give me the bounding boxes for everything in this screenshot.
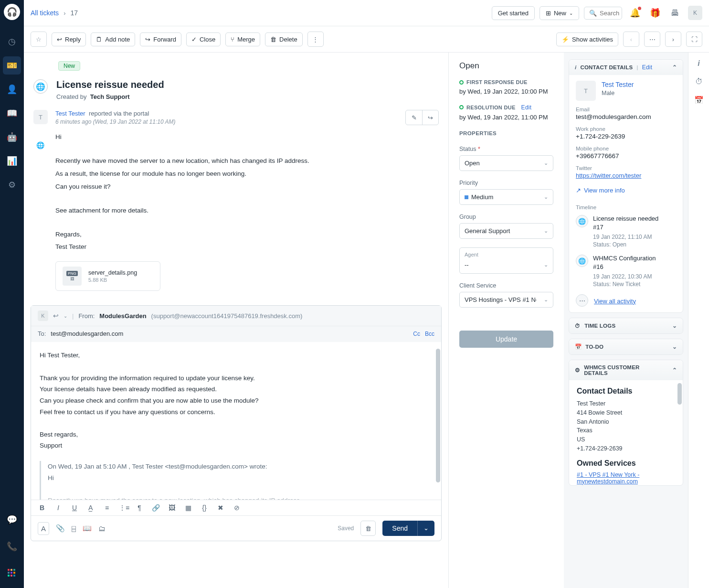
timeline-item-title[interactable]: License reissue needed — [593, 215, 658, 222]
nav-solutions[interactable]: 📖 — [3, 104, 21, 122]
user-avatar[interactable]: K — [688, 6, 702, 20]
timer-tab-icon[interactable]: ⏱ — [695, 77, 703, 86]
info-tab-icon[interactable]: i — [698, 59, 699, 68]
contact-edit[interactable]: Edit — [642, 64, 652, 71]
ordered-list-button[interactable]: ≡ — [103, 504, 111, 512]
reply-button[interactable]: ↩Reply — [52, 32, 86, 46]
client-service-select[interactable]: VPS Hostings - VPS #1 Ne⌄ — [459, 292, 553, 308]
collapse-icon[interactable]: ⌃ — [672, 367, 677, 374]
whmcs-scrollbar[interactable] — [677, 383, 682, 405]
nav-phone[interactable]: 📞 — [3, 537, 21, 556]
discard-button[interactable]: 🗑 — [360, 521, 376, 536]
nav-automation[interactable]: 🤖 — [3, 128, 21, 146]
link-button[interactable]: 🔗 — [151, 504, 160, 512]
clear-format-button[interactable]: ✖ — [216, 504, 225, 512]
whmcs-country: US — [577, 435, 675, 444]
time-logs-title: TIME LOGS — [584, 323, 615, 329]
priority-field-label: Priority — [459, 180, 553, 186]
attachment[interactable]: PNG🖼 server_details.png 5.88 KB — [55, 261, 160, 291]
nav-chat[interactable]: 💬 — [3, 511, 21, 529]
print-icon[interactable]: 🖶 — [668, 6, 682, 20]
font-color-button[interactable]: A̲ — [86, 504, 95, 512]
next-button[interactable]: › — [665, 32, 681, 47]
reply-mode-icon[interactable]: ↩ — [53, 312, 59, 320]
nav-apps[interactable] — [3, 564, 21, 582]
italic-button[interactable]: I — [54, 504, 63, 512]
attach-button[interactable]: 📎 — [56, 524, 65, 533]
send-dropdown[interactable]: ⌄ — [417, 521, 434, 536]
whmcs-service-link[interactable]: #1 - VPS #1 New York - mynewtestdomain.c… — [577, 471, 675, 485]
more-icon[interactable]: ⋯ — [576, 294, 588, 307]
nav-reports[interactable]: 📊 — [3, 152, 21, 170]
forward-button[interactable]: ↪Forward — [140, 32, 181, 46]
globe-icon: 🌐 — [33, 79, 48, 94]
notifications-icon[interactable]: 🔔 — [628, 6, 642, 20]
kb-button[interactable]: 📖 — [83, 524, 92, 533]
reply-scrollbar[interactable] — [436, 349, 440, 482]
calendar-tab-icon[interactable]: 📅 — [694, 96, 704, 105]
external-link-icon: ↗ — [576, 187, 581, 194]
ticket-title: License reissue needed — [56, 79, 164, 90]
timeline-item-title[interactable]: WHMCS Configuration — [593, 255, 656, 262]
paragraph-button[interactable]: ¶ — [135, 504, 144, 512]
merge-button[interactable]: ⑂Merge — [225, 32, 260, 46]
underline-button[interactable]: U — [70, 504, 79, 512]
merge-icon: ⑂ — [231, 36, 234, 43]
forward-message-button[interactable]: ↪ — [422, 110, 438, 125]
priority-select[interactable]: Medium⌄ — [459, 189, 553, 205]
delete-button[interactable]: 🗑Delete — [265, 32, 303, 46]
app-logo[interactable]: 🎧 — [4, 4, 20, 20]
search-input[interactable]: 🔍 — [584, 7, 622, 20]
nav-contacts[interactable]: 👤 — [3, 80, 21, 98]
agent-select[interactable]: --⌄ — [465, 259, 548, 271]
saved-indicator: Saved — [338, 525, 354, 532]
prev-button[interactable]: ‹ — [623, 32, 639, 47]
to-value[interactable]: test@modulesgarden.com — [51, 330, 123, 337]
twitter-link[interactable]: https://twitter.com/tester — [576, 172, 641, 179]
contact-name[interactable]: Test Tester — [602, 81, 634, 88]
star-button[interactable]: ☆ — [31, 32, 47, 47]
whmcs-title: WHMCS CUSTOMER DETAILS — [584, 364, 665, 376]
bold-button[interactable]: B — [38, 504, 46, 512]
timeline-title: Timeline — [576, 204, 676, 210]
attachment-thumb: PNG🖼 — [63, 267, 82, 286]
edit-message-button[interactable]: ✎ — [406, 110, 422, 125]
reply-mode-dropdown[interactable]: ⌄ — [63, 313, 67, 319]
text-color-button[interactable]: A — [38, 522, 49, 535]
template-button[interactable]: 🗂 — [98, 524, 106, 533]
nav-settings[interactable]: ⚙ — [3, 176, 21, 194]
table-button[interactable]: ▦ — [184, 504, 192, 512]
show-activities-button[interactable]: ⚡Show activities — [556, 32, 618, 46]
code-button[interactable]: {} — [200, 504, 209, 512]
expand-icon[interactable]: ⌄ — [672, 322, 677, 329]
expand-button[interactable]: ⛶ — [686, 32, 702, 47]
collapse-icon[interactable]: ⌃ — [672, 64, 677, 71]
breadcrumb-root[interactable]: All tickets — [31, 9, 59, 17]
group-select[interactable]: General Support⌄ — [459, 223, 553, 239]
nav-tickets[interactable]: 🎫 — [3, 56, 21, 75]
canned-response-button[interactable]: ⌸ — [72, 524, 76, 533]
reply-textarea[interactable]: Hi Test Tester, Thank you for providing … — [31, 342, 441, 500]
more-actions-button[interactable]: ⋮ — [307, 32, 324, 47]
close-button[interactable]: ✓Close — [186, 32, 221, 46]
expand-icon[interactable]: ⌄ — [672, 343, 677, 350]
update-button[interactable]: Update — [459, 331, 553, 348]
message-author[interactable]: Test Tester — [55, 110, 85, 117]
nav-dashboard[interactable]: ◷ — [3, 32, 21, 51]
more-format-button[interactable]: ⊘ — [233, 504, 241, 512]
status-select[interactable]: Open⌄ — [459, 155, 553, 171]
ellipsis-button[interactable]: ⋯ — [644, 32, 660, 47]
image-button[interactable]: 🖼 — [168, 504, 176, 512]
get-started-button[interactable]: Get started — [492, 6, 535, 20]
timeline-item-id: #17 — [593, 224, 658, 231]
gift-icon[interactable]: 🎁 — [648, 6, 662, 20]
new-button[interactable]: ⊞New⌄ — [540, 6, 579, 20]
add-note-button[interactable]: 🗒Add note — [91, 32, 135, 46]
send-button[interactable]: Send — [382, 521, 417, 536]
resolution-edit[interactable]: Edit — [521, 104, 532, 111]
cc-button[interactable]: Cc — [413, 331, 420, 337]
view-all-activity[interactable]: View all activity — [594, 298, 636, 305]
view-more-info[interactable]: ↗View more info — [576, 187, 676, 194]
bcc-button[interactable]: Bcc — [425, 331, 434, 337]
unordered-list-button[interactable]: ⋮≡ — [119, 504, 127, 512]
